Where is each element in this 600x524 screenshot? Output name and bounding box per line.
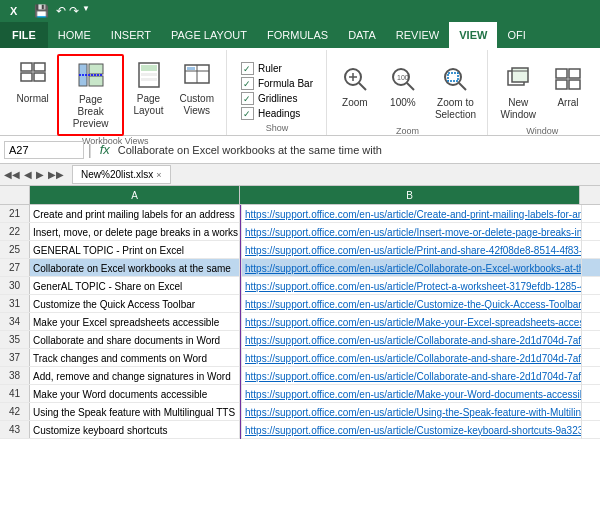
arrange-button[interactable]: Arral bbox=[545, 58, 591, 126]
table-row[interactable]: 35Collaborate and share documents in Wor… bbox=[0, 331, 600, 349]
svg-rect-17 bbox=[187, 67, 195, 70]
save-icon[interactable]: 💾 bbox=[34, 4, 49, 18]
ruler-checkbox[interactable] bbox=[241, 62, 254, 75]
formula-bar-checkbox[interactable] bbox=[241, 77, 254, 90]
table-row[interactable]: 30GenerAL TOPIC - Share on Excelhttps://… bbox=[0, 277, 600, 295]
sheet-tab-new-list[interactable]: New%20list.xlsx × bbox=[72, 165, 171, 184]
sheet-nav-next[interactable]: ▶ bbox=[36, 169, 44, 180]
svg-rect-12 bbox=[141, 73, 157, 76]
cell-a[interactable]: Customize keyboard shortcuts bbox=[30, 421, 240, 439]
normal-view-button[interactable]: Normal bbox=[10, 54, 55, 110]
table-row[interactable]: 34Make your Excel spreadsheets accessibl… bbox=[0, 313, 600, 331]
hundred-percent-button[interactable]: 100 100% bbox=[380, 58, 426, 126]
tab-review[interactable]: REVIEW bbox=[386, 22, 449, 48]
headings-checkbox[interactable] bbox=[241, 107, 254, 120]
cell-b[interactable]: https://support.office.com/en-us/article… bbox=[242, 259, 582, 277]
formula-input[interactable] bbox=[118, 144, 596, 156]
redo-dropdown-icon[interactable]: ▼ bbox=[82, 4, 90, 18]
svg-text:X: X bbox=[10, 5, 18, 17]
gridlines-label: Gridlines bbox=[258, 93, 297, 104]
table-row[interactable]: 41Make your Word documents accessiblehtt… bbox=[0, 385, 600, 403]
show-checkboxes: Ruler Formula Bar Gridlines Headings bbox=[241, 54, 313, 120]
cell-b[interactable]: https://support.office.com/en-us/article… bbox=[242, 223, 582, 241]
workbook-views-group: Normal Page BreakPreview bbox=[4, 50, 227, 135]
headings-checkbox-row[interactable]: Headings bbox=[241, 107, 313, 120]
cell-a[interactable]: Make your Word documents accessible bbox=[30, 385, 240, 403]
row-number: 30 bbox=[0, 277, 30, 294]
zoom-label: Zoom bbox=[342, 97, 368, 109]
table-row[interactable]: 38Add, remove and change signatures in W… bbox=[0, 367, 600, 385]
sheet-tab-close[interactable]: × bbox=[156, 170, 161, 180]
tab-file[interactable]: FILE bbox=[0, 22, 48, 48]
row-number: 43 bbox=[0, 421, 30, 438]
svg-rect-29 bbox=[512, 68, 528, 82]
zoom-buttons: Zoom 100 100% bbox=[332, 54, 483, 126]
cell-a[interactable]: GenerAL TOPIC - Share on Excel bbox=[30, 277, 240, 295]
tab-insert[interactable]: INSERT bbox=[101, 22, 161, 48]
cell-a[interactable]: Add, remove and change signatures in Wor… bbox=[30, 367, 240, 385]
cell-a[interactable]: Track changes and comments on Word bbox=[30, 349, 240, 367]
cell-a[interactable]: GENERAL TOPIC - Print on Excel bbox=[30, 241, 240, 259]
cell-a[interactable]: Using the Speak feature with Multilingua… bbox=[30, 403, 240, 421]
table-row[interactable]: 22Insert, move, or delete page breaks in… bbox=[0, 223, 600, 241]
cell-b[interactable]: https://support.office.com/en-us/article… bbox=[242, 331, 582, 349]
cell-b[interactable]: https://support.office.com/en-us/article… bbox=[242, 349, 582, 367]
cell-a[interactable]: Collaborate and share documents in Word bbox=[30, 331, 240, 349]
page-layout-label: PageLayout bbox=[134, 93, 164, 117]
cell-b[interactable]: https://support.office.com/en-us/article… bbox=[242, 367, 582, 385]
table-row[interactable]: 31Customize the Quick Access Toolbarhttp… bbox=[0, 295, 600, 313]
tab-ofi[interactable]: OFI bbox=[497, 22, 535, 48]
row-number: 35 bbox=[0, 331, 30, 348]
zoom-to-selection-button[interactable]: Zoom toSelection bbox=[428, 58, 483, 126]
cell-a[interactable]: Customize the Quick Access Toolbar bbox=[30, 295, 240, 313]
cell-a[interactable]: Collaborate on Excel workbooks at the sa… bbox=[30, 259, 240, 277]
svg-rect-34 bbox=[569, 80, 580, 89]
custom-views-button[interactable]: CustomViews bbox=[173, 54, 220, 122]
formula-bar-checkbox-row[interactable]: Formula Bar bbox=[241, 77, 313, 90]
cell-b[interactable]: https://support.office.com/en-us/article… bbox=[242, 421, 582, 439]
cell-b[interactable]: https://support.office.com/en-us/article… bbox=[242, 277, 582, 295]
gridlines-checkbox-row[interactable]: Gridlines bbox=[241, 92, 313, 105]
tab-home[interactable]: HOME bbox=[48, 22, 101, 48]
ruler-label: Ruler bbox=[258, 63, 282, 74]
undo-icon[interactable]: ↶ bbox=[56, 4, 66, 18]
page-break-preview-button[interactable]: Page BreakPreview bbox=[57, 54, 124, 136]
page-layout-button[interactable]: PageLayout bbox=[126, 54, 171, 122]
cell-b[interactable]: https://support.office.com/en-us/article… bbox=[242, 241, 582, 259]
table-row[interactable]: 25GENERAL TOPIC - Print on Excelhttps://… bbox=[0, 241, 600, 259]
sheet-nav-first[interactable]: ◀◀ bbox=[4, 169, 20, 180]
new-window-button[interactable]: NewWindow bbox=[493, 58, 543, 126]
tab-page-layout[interactable]: PAGE LAYOUT bbox=[161, 22, 257, 48]
col-header-a[interactable]: A bbox=[30, 186, 240, 204]
table-row[interactable]: 43Customize keyboard shortcutshttps://su… bbox=[0, 421, 600, 439]
ruler-checkbox-row[interactable]: Ruler bbox=[241, 62, 313, 75]
sheet-nav-prev[interactable]: ◀ bbox=[24, 169, 32, 180]
cell-a[interactable]: Create and print mailing labels for an a… bbox=[30, 205, 240, 223]
redo-icon[interactable]: ↷ bbox=[69, 4, 79, 18]
table-row[interactable]: 37Track changes and comments on Wordhttp… bbox=[0, 349, 600, 367]
cell-b[interactable]: https://support.office.com/en-us/article… bbox=[242, 403, 582, 421]
row-number: 37 bbox=[0, 349, 30, 366]
tab-view[interactable]: VIEW bbox=[449, 22, 497, 48]
row-number: 21 bbox=[0, 205, 30, 222]
headings-label: Headings bbox=[258, 108, 300, 119]
table-row[interactable]: 21Create and print mailing labels for an… bbox=[0, 205, 600, 223]
cell-b[interactable]: https://support.office.com/en-us/article… bbox=[242, 313, 582, 331]
name-box[interactable] bbox=[4, 141, 84, 159]
cell-a[interactable]: Insert, move, or delete page breaks in a… bbox=[30, 223, 240, 241]
cell-a[interactable]: Make your Excel spreadsheets accessible bbox=[30, 313, 240, 331]
tab-formulas[interactable]: FORMULAS bbox=[257, 22, 338, 48]
sheet-nav-last[interactable]: ▶▶ bbox=[48, 169, 64, 180]
tab-data[interactable]: DATA bbox=[338, 22, 386, 48]
row-number: 31 bbox=[0, 295, 30, 312]
cell-b[interactable]: https://support.office.com/en-us/article… bbox=[242, 205, 582, 223]
gridlines-checkbox[interactable] bbox=[241, 92, 254, 105]
table-row[interactable]: 42Using the Speak feature with Multiling… bbox=[0, 403, 600, 421]
zoom-button[interactable]: Zoom bbox=[332, 58, 378, 126]
cell-b[interactable]: https://support.office.com/en-us/article… bbox=[242, 295, 582, 313]
svg-line-26 bbox=[459, 83, 466, 90]
cell-b[interactable]: https://support.office.com/en-us/article… bbox=[242, 385, 582, 403]
col-header-b[interactable]: B bbox=[240, 186, 580, 204]
table-row[interactable]: 27Collaborate on Excel workbooks at the … bbox=[0, 259, 600, 277]
window-group-label: Window bbox=[526, 126, 558, 138]
